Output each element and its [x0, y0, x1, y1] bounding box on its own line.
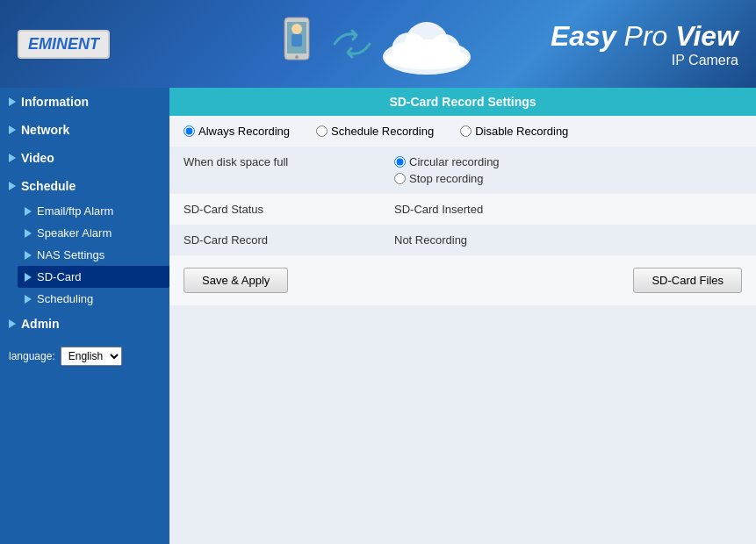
sidebar-label-schedule: Schedule [21, 179, 76, 193]
title-view: View [675, 20, 738, 52]
phone-icon [277, 13, 330, 75]
stop-recording-label: Stop recording [409, 172, 484, 185]
always-recording-radio[interactable] [184, 125, 195, 137]
circular-recording-option[interactable]: Circular recording [394, 155, 742, 168]
disable-recording-label: Disable Recording [475, 125, 568, 138]
disk-full-row: When disk space full Circular recording … [169, 147, 756, 194]
language-label: language: [9, 350, 55, 362]
page-title: SD-Card Record Settings [169, 88, 756, 116]
disk-full-label: When disk space full [169, 147, 380, 194]
svg-point-3 [292, 24, 302, 34]
header-title: Easy Pro View IP Camera [551, 20, 738, 68]
disk-options-group: Circular recording Stop recording [394, 155, 742, 185]
sidebar-item-sd-card[interactable]: SD-Card [18, 266, 169, 288]
sidebar-label-sd-card: SD-Card [37, 270, 82, 283]
arrow-icon [9, 97, 16, 106]
sidebar-item-video[interactable]: Video [0, 144, 169, 172]
sidebar-item-schedule[interactable]: Schedule [0, 172, 169, 200]
circular-recording-radio[interactable] [394, 156, 406, 168]
cloud-icon [374, 13, 479, 75]
stop-recording-option[interactable]: Stop recording [394, 172, 742, 185]
disable-recording-option[interactable]: Disable Recording [460, 125, 568, 138]
sd-card-status-value: SD-Card Inserted [380, 194, 756, 225]
svg-rect-4 [292, 34, 302, 47]
title-easy: Easy [551, 20, 616, 52]
arrow-icon [25, 207, 32, 216]
svg-point-9 [385, 48, 469, 69]
sidebar-item-admin[interactable]: Admin [0, 310, 169, 338]
recording-options-row: Always Recording Schedule Recording Disa… [169, 116, 756, 147]
sd-card-status-label: SD-Card Status [169, 194, 380, 225]
schedule-recording-radio[interactable] [316, 125, 328, 137]
sidebar-label-video: Video [21, 151, 54, 165]
content-area: SD-Card Record Settings Always Recording [169, 88, 756, 544]
arrow-icon [9, 319, 16, 328]
main-layout: Information Network Video Schedule Email… [0, 88, 756, 544]
circular-recording-label: Circular recording [409, 155, 500, 168]
sd-card-status-row: SD-Card Status SD-Card Inserted [169, 194, 756, 225]
arrow-icon [25, 273, 32, 282]
logo-text: EMINENT [28, 35, 99, 53]
logo: EMINENT [18, 30, 110, 59]
sidebar-label-nas-settings: NAS Settings [37, 248, 104, 261]
always-recording-option[interactable]: Always Recording [184, 125, 290, 138]
language-select[interactable]: English [61, 347, 122, 366]
disk-full-options: Circular recording Stop recording [380, 147, 756, 194]
schedule-subitems: Email/ftp Alarm Speaker Alarm NAS Settin… [0, 200, 169, 310]
sidebar-label-speaker-alarm: Speaker Alarm [37, 226, 112, 240]
sd-card-record-label: SD-Card Record [169, 225, 380, 255]
arrow-icon [25, 251, 32, 260]
arrow-icon [25, 295, 32, 304]
sidebar-item-network[interactable]: Network [0, 116, 169, 144]
sidebar-label-scheduling: Scheduling [37, 292, 93, 305]
header: EMINENT Easy Pro View IP Camera [0, 0, 756, 88]
language-row: language: English [0, 338, 169, 375]
title-pro: Pro [616, 20, 676, 52]
buttons-container: Save & Apply SD-Card Files [184, 268, 742, 293]
arrow-icon [9, 154, 16, 162]
arrow-icon [9, 182, 16, 190]
buttons-row: Save & Apply SD-Card Files [169, 255, 756, 305]
disable-recording-radio[interactable] [460, 125, 472, 137]
schedule-recording-option[interactable]: Schedule Recording [316, 125, 434, 138]
arrow-icon [25, 229, 32, 238]
sidebar-label-email-ftp: Email/ftp Alarm [37, 204, 113, 218]
sidebar-item-nas-settings[interactable]: NAS Settings [18, 244, 169, 266]
always-recording-label: Always Recording [198, 125, 290, 138]
sync-arrow-icon [330, 26, 374, 61]
save-apply-button[interactable]: Save & Apply [184, 268, 288, 293]
sd-card-record-value: Not Recording [380, 225, 756, 255]
sidebar-label-admin: Admin [21, 317, 60, 331]
sidebar-label-information: Information [21, 95, 89, 109]
sidebar-item-email-ftp[interactable]: Email/ftp Alarm [18, 200, 169, 222]
sd-card-files-button[interactable]: SD-Card Files [633, 268, 742, 293]
subtitle: IP Camera [551, 53, 738, 68]
sidebar-item-scheduling[interactable]: Scheduling [18, 288, 169, 310]
svg-point-2 [295, 55, 299, 59]
sidebar-item-speaker-alarm[interactable]: Speaker Alarm [18, 222, 169, 244]
header-graphic [277, 13, 479, 75]
arrow-icon [9, 125, 16, 134]
sidebar-label-network: Network [21, 123, 69, 137]
settings-table: SD-Card Record Settings Always Recording [169, 88, 756, 305]
stop-recording-radio[interactable] [394, 173, 406, 184]
recording-options: Always Recording Schedule Recording Disa… [184, 125, 742, 138]
sidebar: Information Network Video Schedule Email… [0, 88, 169, 544]
schedule-recording-label: Schedule Recording [331, 125, 434, 138]
sd-card-record-row: SD-Card Record Not Recording [169, 225, 756, 255]
sidebar-item-information[interactable]: Information [0, 88, 169, 116]
